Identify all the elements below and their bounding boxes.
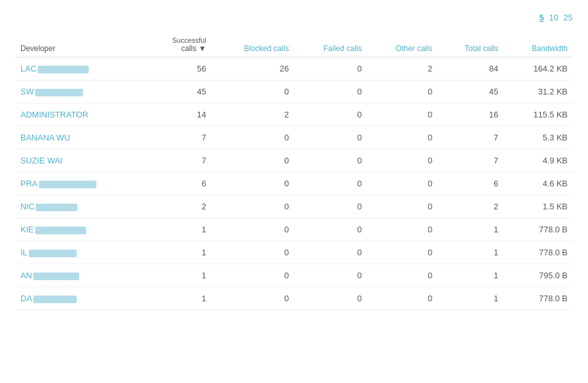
developers-table: Developer Successful calls ▼ Blocked cal…	[15, 33, 573, 310]
table-row: KIE10001778.0 B	[15, 218, 573, 241]
cell-total: 6	[437, 172, 503, 195]
cell-bandwidth: 1.5 KB	[504, 195, 573, 218]
pagination-10[interactable]: 10	[549, 13, 558, 22]
cell-successful: 2	[145, 195, 211, 218]
table-row: PRA600064.6 KB	[15, 172, 573, 195]
col-failed[interactable]: Failed calls	[294, 33, 366, 57]
cell-successful: 14	[145, 103, 211, 126]
cell-blocked: 0	[211, 172, 294, 195]
cell-successful: 6	[145, 172, 211, 195]
cell-other: 0	[367, 218, 437, 241]
table-row: ADMINISTRATOR1420016115.5 KB	[15, 103, 573, 126]
col-bandwidth[interactable]: Bandwidth	[504, 33, 573, 57]
col-blocked[interactable]: Blocked calls	[211, 33, 294, 57]
developer-name[interactable]: BANANA WU	[15, 126, 145, 149]
cell-other: 0	[367, 103, 437, 126]
cell-blocked: 0	[211, 218, 294, 241]
cell-blocked: 0	[211, 241, 294, 264]
cell-successful: 1	[145, 241, 211, 264]
cell-total: 84	[437, 57, 503, 80]
cell-total: 7	[437, 149, 503, 172]
cell-other: 0	[367, 264, 437, 287]
cell-blocked: 0	[211, 126, 294, 149]
table-row: LAC56260284164.2 KB	[15, 57, 573, 80]
col-successful[interactable]: Successful calls ▼	[145, 33, 211, 57]
cell-failed: 0	[294, 264, 366, 287]
cell-blocked: 2	[211, 103, 294, 126]
developer-name[interactable]: ADMINISTRATOR	[15, 103, 145, 126]
cell-other: 0	[367, 241, 437, 264]
cell-bandwidth: 778.0 B	[504, 241, 573, 264]
pagination-25[interactable]: 25	[564, 13, 573, 22]
cell-blocked: 0	[211, 80, 294, 103]
pagination-controls: 5 10 25	[539, 13, 573, 22]
table-row: IL10001778.0 B	[15, 241, 573, 264]
developer-name[interactable]: LAC	[15, 57, 145, 80]
cell-other: 0	[367, 287, 437, 310]
cell-bandwidth: 5.3 KB	[504, 126, 573, 149]
table-row: DA10001778.0 B	[15, 287, 573, 310]
cell-total: 16	[437, 103, 503, 126]
cell-blocked: 0	[211, 287, 294, 310]
cell-total: 1	[437, 264, 503, 287]
cell-successful: 7	[145, 126, 211, 149]
cell-failed: 0	[294, 57, 366, 80]
cell-failed: 0	[294, 103, 366, 126]
cell-bandwidth: 795.0 B	[504, 264, 573, 287]
cell-other: 0	[367, 195, 437, 218]
developer-name[interactable]: DA	[15, 287, 145, 310]
cell-successful: 1	[145, 264, 211, 287]
cell-failed: 0	[294, 80, 366, 103]
cell-successful: 56	[145, 57, 211, 80]
cell-failed: 0	[294, 195, 366, 218]
cell-blocked: 0	[211, 195, 294, 218]
cell-failed: 0	[294, 241, 366, 264]
cell-total: 1	[437, 241, 503, 264]
cell-failed: 0	[294, 218, 366, 241]
pagination-5[interactable]: 5	[539, 13, 544, 22]
cell-bandwidth: 4.9 KB	[504, 149, 573, 172]
cell-bandwidth: 115.5 KB	[504, 103, 573, 126]
table-row: SUZIE WAI700074.9 KB	[15, 149, 573, 172]
table-row: SW450004531.2 KB	[15, 80, 573, 103]
col-developer: Developer	[15, 33, 145, 57]
cell-total: 1	[437, 218, 503, 241]
cell-bandwidth: 4.6 KB	[504, 172, 573, 195]
table-row: BANANA WU700075.3 KB	[15, 126, 573, 149]
col-other[interactable]: Other calls	[367, 33, 437, 57]
cell-failed: 0	[294, 287, 366, 310]
developer-name[interactable]: PRA	[15, 172, 145, 195]
cell-other: 0	[367, 80, 437, 103]
cell-blocked: 0	[211, 264, 294, 287]
cell-successful: 7	[145, 149, 211, 172]
cell-other: 0	[367, 126, 437, 149]
cell-total: 2	[437, 195, 503, 218]
cell-bandwidth: 778.0 B	[504, 287, 573, 310]
cell-other: 2	[367, 57, 437, 80]
cell-blocked: 0	[211, 149, 294, 172]
developer-name[interactable]: KIE	[15, 218, 145, 241]
cell-failed: 0	[294, 149, 366, 172]
developer-name[interactable]: AN	[15, 264, 145, 287]
cell-successful: 45	[145, 80, 211, 103]
cell-blocked: 26	[211, 57, 294, 80]
cell-successful: 1	[145, 218, 211, 241]
table-header-row: Developer Successful calls ▼ Blocked cal…	[15, 33, 573, 57]
col-total[interactable]: Total calls	[437, 33, 503, 57]
developer-name[interactable]: SUZIE WAI	[15, 149, 145, 172]
cell-total: 45	[437, 80, 503, 103]
table-row: NIC200021.5 KB	[15, 195, 573, 218]
cell-other: 0	[367, 172, 437, 195]
developer-name[interactable]: IL	[15, 241, 145, 264]
cell-bandwidth: 31.2 KB	[504, 80, 573, 103]
cell-successful: 1	[145, 287, 211, 310]
developer-name[interactable]: NIC	[15, 195, 145, 218]
cell-other: 0	[367, 149, 437, 172]
cell-failed: 0	[294, 126, 366, 149]
cell-failed: 0	[294, 172, 366, 195]
cell-total: 1	[437, 287, 503, 310]
cell-total: 7	[437, 126, 503, 149]
cell-bandwidth: 778.0 B	[504, 218, 573, 241]
top-section: 5 10 25	[15, 13, 573, 22]
developer-name[interactable]: SW	[15, 80, 145, 103]
